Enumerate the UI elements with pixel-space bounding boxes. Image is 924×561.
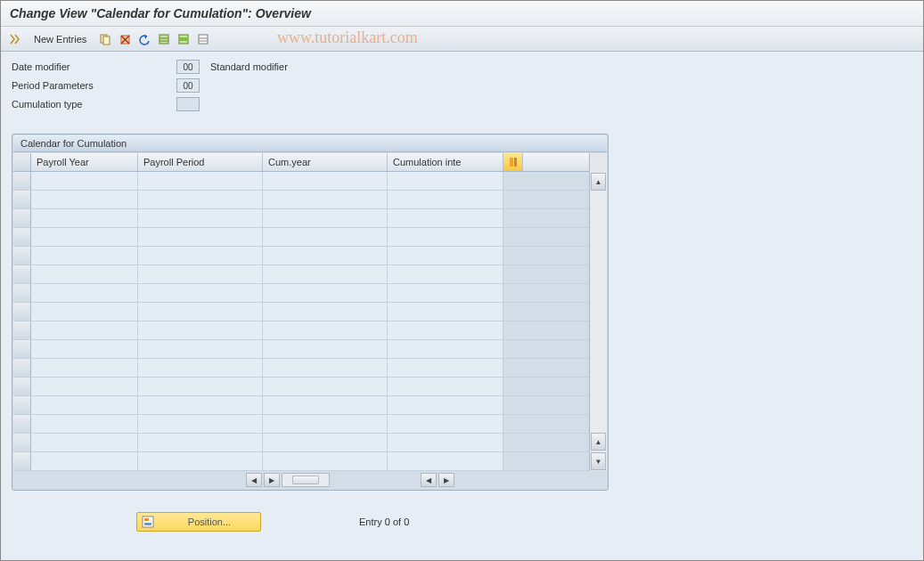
svg-rect-1 [103,37,110,45]
select-all-icon[interactable] [155,30,173,48]
panel-body: Payroll Year Payroll Period Cum.year Cum… [13,152,607,489]
table-row[interactable] [13,340,589,359]
column-selector[interactable] [13,153,31,171]
table-row[interactable] [13,228,589,247]
svg-rect-5 [159,35,168,44]
table-row[interactable] [13,359,589,378]
new-entries-button[interactable]: New Entries [26,31,94,47]
svg-rect-13 [510,158,513,167]
scroll-down-end-icon[interactable]: ▼ [591,452,606,470]
svg-rect-16 [144,518,149,521]
entry-counter: Entry 0 of 0 [359,516,409,527]
cumulation-type-label: Cumulation type [12,99,176,110]
deselect-all-icon[interactable] [194,30,212,48]
delete-icon[interactable] [116,30,134,48]
title-bar: Change View "Calendar for Cumulation": O… [1,1,923,27]
scroll-track[interactable] [591,191,606,432]
table-row[interactable] [13,191,589,209]
hscroll-right-icon[interactable]: ▶ [264,473,280,487]
cumulation-type-input[interactable] [176,97,200,111]
period-params-input[interactable] [176,78,200,93]
table-row[interactable] [13,172,589,191]
table-container: Payroll Year Payroll Period Cum.year Cum… [13,153,607,471]
column-payroll-year[interactable]: Payroll Year [31,153,138,171]
table-row[interactable] [13,452,589,471]
scroll-up-icon[interactable]: ▲ [591,173,606,191]
svg-rect-17 [144,523,151,525]
table-row[interactable] [13,265,589,284]
table-header-row: Payroll Year Payroll Period Cum.year Cum… [13,153,589,172]
table-body [13,172,589,471]
hscroll-left2-icon[interactable]: ◀ [421,473,437,487]
hscroll-right2-icon[interactable]: ▶ [438,473,454,487]
hscroll-track[interactable] [282,473,330,487]
scroll-down-icon[interactable]: ▲ [591,433,606,451]
bottom-controls: Position... Entry 0 of 0 [12,512,912,532]
column-payroll-period[interactable]: Payroll Period [138,153,263,171]
calendar-panel: Calendar for Cumulation Payroll Year Pay… [12,134,609,491]
position-button[interactable]: Position... [136,512,261,532]
table-row[interactable] [13,247,589,265]
table-row[interactable] [13,209,589,228]
table-row[interactable] [13,396,589,415]
position-icon [141,515,155,529]
date-modifier-desc: Standard modifier [210,61,288,72]
table-main: Payroll Year Payroll Period Cum.year Cum… [13,153,589,471]
date-modifier-input[interactable] [176,60,200,74]
page-title: Change View "Calendar for Cumulation": O… [10,6,311,20]
svg-rect-15 [143,516,153,527]
table-row[interactable] [13,415,589,434]
table-config-icon[interactable] [503,153,523,171]
table-row[interactable] [13,378,589,396]
column-cum-year[interactable]: Cum.year [263,153,388,171]
horizontal-scrollbar: ◀ ▶ ◀ ▶ [13,471,607,489]
column-cumulation-inte[interactable]: Cumulation inte [388,153,503,171]
field-row-period-params: Period Parameters [12,77,912,94]
content-area: Date modifier Standard modifier Period P… [1,52,923,561]
panel-title: Calendar for Cumulation [13,135,607,152]
select-block-icon[interactable] [175,30,192,48]
toolbar: New Entries www.tutorialkart.com [1,27,923,52]
copy-icon[interactable] [96,30,114,48]
toggle-view-icon[interactable] [6,30,24,48]
position-button-label: Position... [162,516,257,527]
table-row[interactable] [13,284,589,303]
hscroll-left-icon[interactable]: ◀ [246,473,262,487]
field-row-cumulation-type: Cumulation type [12,96,912,112]
svg-rect-14 [514,158,517,167]
table-row[interactable] [13,303,589,321]
svg-rect-10 [199,35,208,44]
date-modifier-label: Date modifier [12,61,176,72]
vertical-scrollbar[interactable]: ▲ ▲ ▼ [589,153,607,471]
svg-rect-9 [179,37,188,41]
undo-icon[interactable] [135,30,153,48]
period-params-label: Period Parameters [12,80,176,91]
watermark: www.tutorialkart.com [277,28,418,47]
field-row-date-modifier: Date modifier Standard modifier [12,59,912,75]
table-row[interactable] [13,321,589,340]
table-row[interactable] [13,434,589,452]
